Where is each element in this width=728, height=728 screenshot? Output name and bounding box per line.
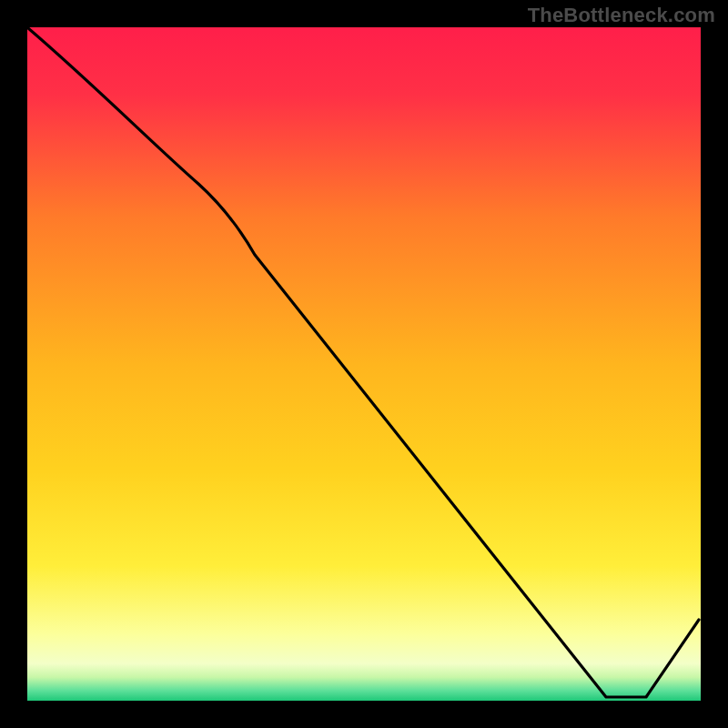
chart-svg xyxy=(27,27,701,701)
chart-stage: TheBottleneck.com xyxy=(0,0,728,728)
plot-area xyxy=(27,27,701,701)
gradient-background xyxy=(27,27,701,701)
watermark-text: TheBottleneck.com xyxy=(528,4,715,27)
